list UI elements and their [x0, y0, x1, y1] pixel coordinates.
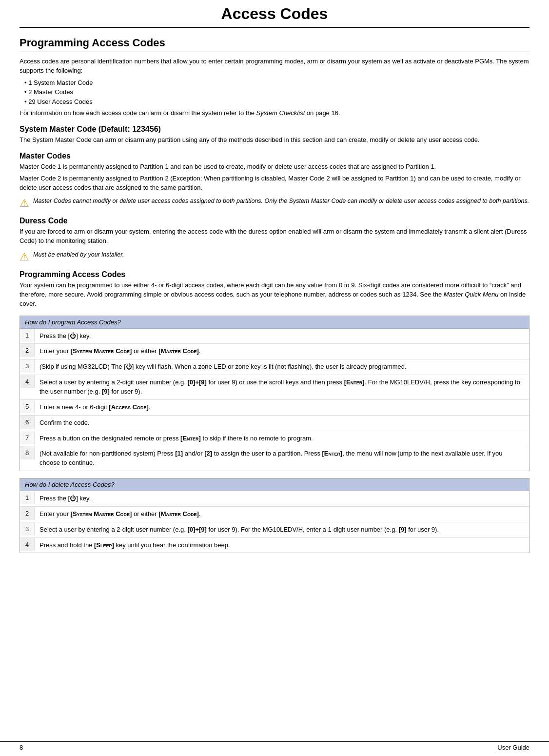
section3-para1: Master Code 1 is permanently assigned to…	[20, 162, 529, 172]
program-table-header: How do I program Access Codes?	[20, 316, 529, 329]
section1-heading: Programming Access Codes	[20, 37, 529, 49]
section4-note-box: ⚠ Must be enabled by your installer.	[20, 251, 529, 263]
section2-body: The System Master Code can arm or disarm…	[20, 136, 529, 145]
section1-divider	[20, 52, 529, 52]
section4-body: If you are forced to arm or disarm your …	[20, 227, 529, 246]
bullet-2: 2 Master Codes	[24, 87, 529, 97]
table-row: 8 (Not available for non-partitioned sys…	[20, 446, 529, 471]
row-content-3: (Skip if using MG32LCD) The [⏻] key will…	[35, 359, 529, 375]
del-row-num-4: 4	[20, 538, 35, 551]
del-row-num-2: 2	[20, 507, 35, 520]
row-content-2: Enter your [System Master Code] or eithe…	[35, 344, 529, 359]
note-icon-2: ⚠	[20, 251, 29, 263]
section3-heading: Master Codes	[20, 152, 529, 160]
table-row: 2 Enter your [System Master Code] or eit…	[20, 344, 529, 359]
table-row: 2 Enter your [System Master Code] or eit…	[20, 507, 529, 522]
table-row: 1 Press the [⏻] key.	[20, 491, 529, 507]
footer-page-number: 8	[20, 744, 23, 751]
row-content-7: Press a button on the designated remote …	[35, 431, 529, 446]
section1-bullets: 1 System Master Code 2 Master Codes 29 U…	[24, 78, 529, 107]
section3-note-text: Master Codes cannot modify or delete use…	[33, 197, 529, 206]
table-row: 3 Select a user by entering a 2-digit us…	[20, 522, 529, 538]
row-num-4: 4	[20, 375, 35, 388]
table-row: 4 Select a user by entering a 2-digit us…	[20, 375, 529, 400]
table-row: 1 Press the [⏻] key.	[20, 329, 529, 344]
section3-note-box: ⚠ Master Codes cannot modify or delete u…	[20, 197, 529, 210]
note-icon-1: ⚠	[20, 197, 29, 210]
delete-table-header: How do I delete Access Codes?	[20, 478, 529, 491]
del-row-content-4: Press and hold the [Sleep] key until you…	[35, 538, 529, 553]
row-content-1: Press the [⏻] key.	[35, 329, 529, 344]
section2-heading: System Master Code (Default: 123456)	[20, 125, 529, 134]
section3-para2: Master Code 2 is permanently assigned to…	[20, 174, 529, 193]
table-row: 3 (Skip if using MG32LCD) The [⏻] key wi…	[20, 359, 529, 375]
section5-heading: Programming Access Codes	[20, 270, 529, 279]
del-row-content-2: Enter your [System Master Code] or eithe…	[35, 507, 529, 522]
section1-footer: For information on how each access code …	[20, 109, 529, 118]
section1-intro: Access codes are personal identification…	[20, 57, 529, 76]
table-row: 4 Press and hold the [Sleep] key until y…	[20, 538, 529, 553]
row-num-8: 8	[20, 446, 35, 459]
program-table: How do I program Access Codes? 1 Press t…	[20, 316, 529, 471]
section4-heading: Duress Code	[20, 217, 529, 225]
page-title: Access Codes	[20, 5, 529, 28]
row-content-4: Select a user by entering a 2-digit user…	[35, 375, 529, 399]
page-footer: 8 User Guide	[0, 741, 549, 751]
del-row-num-3: 3	[20, 522, 35, 536]
delete-table: How do I delete Access Codes? 1 Press th…	[20, 478, 529, 553]
del-row-content-3: Select a user by entering a 2-digit user…	[35, 522, 529, 537]
row-num-3: 3	[20, 359, 35, 373]
row-num-2: 2	[20, 344, 35, 357]
bullet-3: 29 User Access Codes	[24, 97, 529, 107]
page-wrapper: Access Codes Programming Access Codes Ac…	[0, 0, 549, 756]
row-num-5: 5	[20, 400, 35, 413]
row-num-6: 6	[20, 416, 35, 429]
table-row: 7 Press a button on the designated remot…	[20, 431, 529, 447]
section4-note-text: Must be enabled by your installer.	[33, 251, 124, 259]
row-num-7: 7	[20, 431, 35, 444]
row-num-1: 1	[20, 329, 35, 342]
row-content-8: (Not available for non-partitioned syste…	[35, 446, 529, 471]
bullet-1: 1 System Master Code	[24, 78, 529, 88]
section5-body: Your system can be programmed to use eit…	[20, 281, 529, 309]
table-row: 5 Enter a new 4- or 6-digit [Access Code…	[20, 400, 529, 416]
row-content-5: Enter a new 4- or 6-digit [Access Code].	[35, 400, 529, 415]
footer-guide-label: User Guide	[497, 744, 529, 751]
table-row: 6 Confirm the code.	[20, 416, 529, 431]
del-row-content-1: Press the [⏻] key.	[35, 491, 529, 506]
row-content-6: Confirm the code.	[35, 416, 529, 431]
del-row-num-1: 1	[20, 491, 35, 504]
